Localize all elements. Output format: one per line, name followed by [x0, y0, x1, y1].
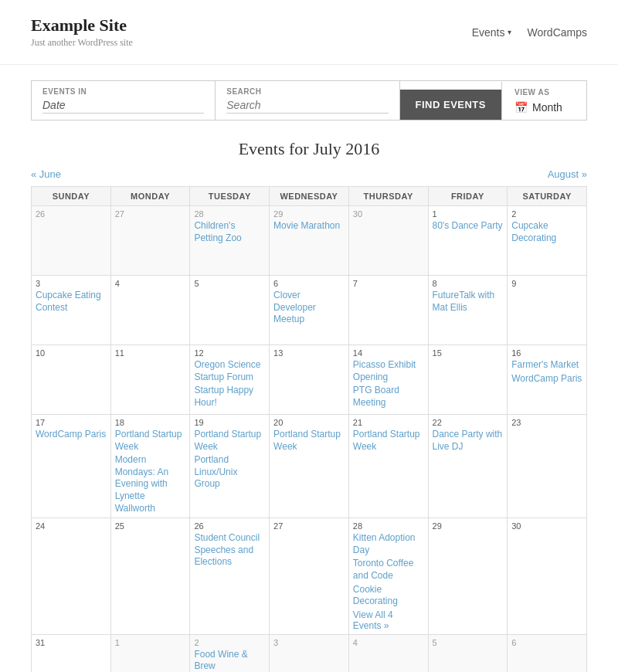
day-number: 15	[433, 348, 504, 358]
event-link[interactable]: Children's Petting Zoo	[194, 220, 265, 244]
calendar-day: 5	[190, 276, 270, 345]
site-header: Example Site Just another WordPress site…	[0, 0, 618, 65]
calendar-day: 11	[110, 345, 190, 415]
day-number: 30	[511, 521, 582, 531]
events-in-label: EVENTS IN	[42, 87, 204, 96]
day-number: 23	[511, 418, 582, 427]
day-number: 2	[194, 638, 265, 647]
day-number: 11	[115, 348, 186, 358]
calendar-day: 31	[32, 634, 111, 672]
event-link[interactable]: Portland Linux/Unix Group	[194, 454, 265, 490]
calendar-day: 6	[508, 634, 587, 672]
event-link[interactable]: Student Council Speeches and Elections	[194, 532, 265, 568]
event-link[interactable]: Farmer's Market	[511, 359, 582, 372]
search-label: SEARCH	[226, 87, 388, 96]
site-nav: Events ▾ WordCamps	[472, 26, 587, 39]
view-all-events-link[interactable]: View All 4 Events »	[353, 609, 424, 631]
calendar-day: 8FutureTalk with Mat Ellis	[428, 276, 508, 345]
day-number: 10	[36, 348, 107, 358]
calendar-day: 27	[110, 206, 190, 276]
event-link[interactable]: Portland Startup Week	[194, 429, 265, 453]
view-as-month[interactable]: 📅 Month	[514, 101, 574, 114]
calendar-day: 26	[32, 206, 111, 276]
day-number: 14	[353, 348, 424, 358]
calendar-day: 23	[508, 415, 587, 518]
day-header: THURSDAY	[348, 187, 428, 206]
nav-wordcamps[interactable]: WordCamps	[527, 26, 587, 39]
event-link[interactable]: Clover Developer Meetup	[273, 290, 345, 326]
calendar-day: 2Cupcake Decorating	[508, 206, 587, 276]
events-in-value[interactable]: Date	[42, 99, 204, 114]
find-events-button[interactable]: FIND EVENTS	[400, 90, 501, 120]
chevron-down-icon: ▾	[508, 28, 511, 36]
calendar-day: 30	[508, 518, 587, 635]
calendar-body: 262728Children's Petting Zoo29Movie Mara…	[32, 206, 587, 673]
day-number: 3	[273, 638, 345, 647]
prev-month-link[interactable]: « June	[31, 168, 61, 180]
next-month-link[interactable]: August »	[548, 168, 587, 180]
day-headers-row: SUNDAYMONDAYTUESDAYWEDNESDAYTHURSDAYFRID…	[32, 187, 587, 206]
calendar-day: 29Movie Marathon	[270, 206, 349, 276]
event-link[interactable]: Portland Startup Week	[273, 429, 345, 453]
day-number: 13	[273, 348, 345, 358]
day-number: 2	[511, 209, 582, 219]
search-section: SEARCH	[216, 81, 399, 120]
event-link[interactable]: PTG Board Meeting	[353, 385, 424, 409]
event-link[interactable]: Dance Party with Live DJ	[433, 429, 504, 453]
calendar-day: 25	[110, 518, 190, 635]
day-number: 25	[115, 521, 186, 531]
event-link[interactable]: Food Wine & Brew Celebration	[194, 649, 265, 672]
day-number: 27	[273, 521, 345, 531]
event-link[interactable]: Cupcake Eating Contest	[36, 290, 107, 314]
calendar-day: 12Oregon Science Startup ForumStartup Ha…	[190, 345, 270, 415]
day-number: 22	[433, 418, 504, 427]
day-number: 29	[273, 209, 345, 219]
calendar-week-row: 242526Student Council Speeches and Elect…	[32, 518, 587, 635]
event-link[interactable]: Picasso Exhibit Opening	[353, 359, 424, 383]
calendar-day: 6Clover Developer Meetup	[270, 276, 349, 345]
day-number: 26	[194, 521, 265, 531]
event-link[interactable]: Startup Happy Hour!	[194, 385, 265, 409]
event-link[interactable]: Toronto Coffee and Code	[353, 558, 424, 582]
day-number: 1	[115, 638, 186, 647]
event-link[interactable]: 80's Dance Party	[433, 220, 504, 232]
day-number: 18	[115, 418, 186, 427]
day-number: 31	[36, 638, 107, 647]
calendar-week-row: 262728Children's Petting Zoo29Movie Mara…	[32, 206, 587, 276]
nav-events[interactable]: Events ▾	[472, 26, 512, 39]
search-input[interactable]	[226, 99, 388, 114]
event-link[interactable]: Modern Mondays: An Evening with Lynette …	[115, 454, 186, 514]
day-number: 17	[36, 418, 107, 427]
calendar-week-row: 101112Oregon Science Startup ForumStartu…	[32, 345, 587, 415]
calendar-day: 13	[270, 345, 349, 415]
day-number: 16	[511, 348, 582, 358]
day-number: 26	[36, 209, 107, 219]
event-link[interactable]: Cookie Decorating	[353, 584, 424, 608]
event-link[interactable]: WordCamp Paris	[511, 373, 582, 385]
day-header: FRIDAY	[428, 187, 508, 206]
day-number: 3	[36, 279, 107, 288]
day-number: 6	[511, 638, 582, 647]
calendar-week-row: 3112Food Wine & Brew Celebration3456	[32, 634, 587, 672]
day-number: 21	[353, 418, 424, 427]
calendar-day: 3	[270, 634, 349, 672]
day-header: SUNDAY	[32, 187, 111, 206]
day-number: 29	[433, 521, 504, 531]
calendar-day: 30	[348, 206, 428, 276]
calendar-table: SUNDAYMONDAYTUESDAYWEDNESDAYTHURSDAYFRID…	[31, 186, 587, 672]
event-link[interactable]: WordCamp Paris	[36, 429, 107, 441]
event-link[interactable]: FutureTalk with Mat Ellis	[433, 290, 504, 314]
event-link[interactable]: Cupcake Decorating	[511, 220, 582, 244]
event-link[interactable]: Oregon Science Startup Forum	[194, 359, 265, 383]
day-number: 30	[353, 209, 424, 219]
day-number: 4	[353, 638, 424, 647]
day-number: 9	[511, 279, 582, 288]
event-link[interactable]: Movie Marathon	[273, 220, 345, 232]
calendar-day: 18Portland Startup WeekModern Mondays: A…	[110, 415, 190, 518]
day-number: 12	[194, 348, 265, 358]
day-number: 28	[194, 209, 265, 219]
calendar-day: 24	[32, 518, 111, 635]
event-link[interactable]: Kitten Adoption Day	[353, 532, 424, 556]
event-link[interactable]: Portland Startup Week	[115, 429, 186, 453]
event-link[interactable]: Portland Startup Week	[353, 429, 424, 453]
